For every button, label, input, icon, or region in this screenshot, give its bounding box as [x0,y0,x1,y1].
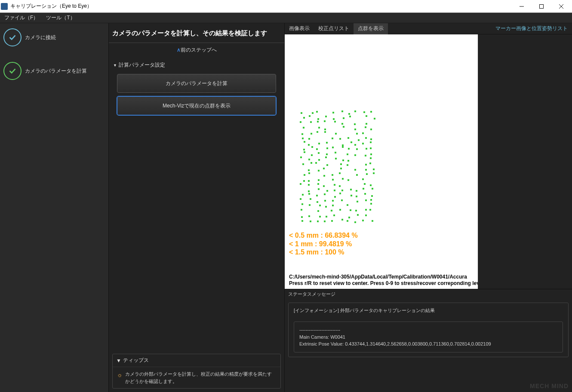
visualization-panel: 画像表示 校正点リスト 点群を表示 マーカー画像と位置姿勢リスト < 0.5 m… [285,23,572,392]
tab-pointcloud-display[interactable]: 点群を表示 [354,23,388,34]
tab-image-display[interactable]: 画像表示 [285,23,314,34]
status-header: [インフォメーション] 外部パラメータのキャリブレーションの結果 [294,307,563,314]
group-header[interactable]: ▼ 計算パラメータ設定 [113,60,280,70]
menu-bar: ファイル（F） ツール（T） [0,13,572,23]
pointcloud-canvas[interactable]: < 0.5 mm : 66.8394 % < 1 mm : 99.4819 % … [285,34,478,289]
check-icon [3,62,22,80]
menu-file[interactable]: ファイル（F） [4,14,38,21]
step-label: カメラに接続 [25,34,56,41]
status-area: ステータスメッセージ [インフォメーション] 外部パラメータのキャリブレーション… [285,289,572,361]
panel-title: カメラのパラメータを計算し、その結果を検証します [112,29,281,37]
tips-title: ティップス [123,357,149,364]
step-calc-parameters[interactable]: カメラのパラメータを計算 [3,62,105,80]
triangle-down-icon: ▼ [113,63,117,67]
status-message-box: [インフォメーション] 外部パラメータのキャリブレーションの結果 -------… [288,303,569,357]
window-title: キャリブレーション（Eye to Eye） [10,3,512,10]
group-title: 計算パラメータ設定 [119,61,165,69]
marker-image-pose-list-link[interactable]: マーカー画像と位置姿勢リスト [495,25,568,32]
tips-box: ▼ ティップス ☼ カメラの外部パラメータを計算し、校正の結果の精度が要求を満た… [112,354,281,389]
metric-0-5mm: < 0.5 mm : 66.8394 % [289,231,358,239]
status-area-title: ステータスメッセージ [285,289,572,299]
calc-camera-params-button[interactable]: カメラのパラメータを計算 [117,74,276,93]
tab-calibration-point-list[interactable]: 校正点リスト [314,23,354,34]
show-pointcloud-mechviz-button[interactable]: Mech-Vizで現在の点群を表示 [117,96,276,115]
accuracy-metrics: < 0.5 mm : 66.8394 % < 1 mm : 99.4819 % … [289,231,358,256]
watermark: MECH MIND [530,383,569,389]
viz-footer: C:/Users/mech-mind-305/AppData/Local/Tem… [289,274,478,287]
viz-tabs: 画像表示 校正点リスト 点群を表示 [285,23,388,34]
metric-1-5mm: < 1.5 mm : 100 % [289,248,358,256]
prev-step-label: 前のステップへ [181,47,217,53]
parameters-panel: カメラのパラメータを計算し、その結果を検証します ∧前のステップへ ▼ 計算パラ… [108,23,285,392]
minimize-button[interactable] [512,0,532,13]
check-icon [3,28,22,46]
metric-1mm: < 1 mm : 99.4819 % [289,240,358,248]
steps-panel: カメラに接続 カメラのパラメータを計算 [0,23,108,392]
calibration-path: C:/Users/mech-mind-305/AppData/Local/Tem… [289,274,478,281]
tips-header[interactable]: ▼ ティップス [113,354,280,367]
step-connect-camera[interactable]: カメラに接続 [3,28,105,46]
close-button[interactable] [551,0,571,13]
tips-body: カメラの外部パラメータを計算し、校正の結果の精度が要求を満たすかどうかを確認しま… [125,371,276,385]
status-extrinsic-pose: Extrinsic Pose Value: 0.433744,1.314640,… [299,340,557,348]
triangle-down-icon: ▼ [116,358,121,364]
title-bar: キャリブレーション（Eye to Eye） [0,0,572,13]
svg-rect-1 [540,4,544,8]
prev-step-link[interactable]: ∧前のステップへ [109,43,284,57]
status-details: -------------------------- Main Camera: … [294,322,563,352]
calc-parameter-group: ▼ 計算パラメータ設定 カメラのパラメータを計算 Mech-Vizで現在の点群を… [109,57,284,121]
status-dash: -------------------------- [299,326,557,334]
chevron-up-icon: ∧ [177,47,181,53]
viz-hint: Press r/R to reset view to center. Press… [289,280,478,287]
lightbulb-icon: ☼ [117,371,123,385]
step-label: カメラのパラメータを計算 [25,67,87,75]
menu-tool[interactable]: ツール（T） [46,14,75,21]
panel-header: カメラのパラメータを計算し、その結果を検証します [109,23,284,43]
status-main-camera: Main Camera: W0041 [299,334,557,341]
app-icon [1,3,8,10]
maximize-button[interactable] [532,0,551,13]
